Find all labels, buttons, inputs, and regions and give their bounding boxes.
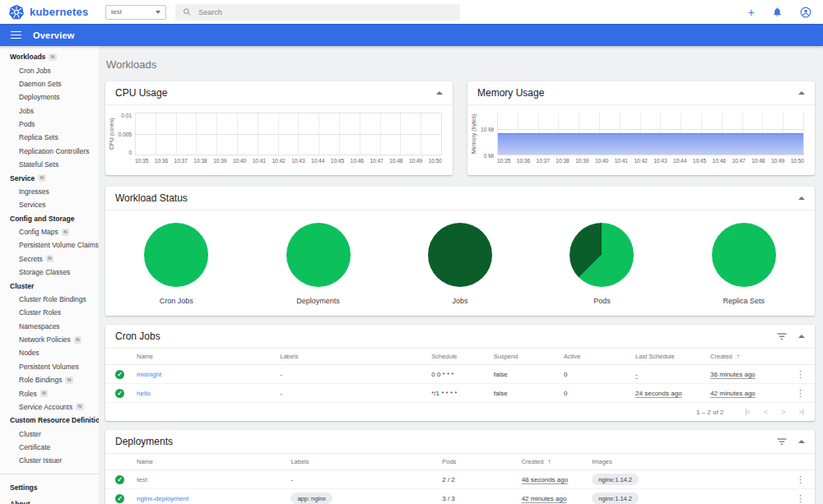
collapse-arrow-icon[interactable] [798,91,805,95]
sidebar-item[interactable]: Config Maps N [0,225,99,238]
sidebar-item[interactable]: Services [0,198,99,211]
sidebar-footer-item[interactable]: About [0,496,99,504]
pager-last-icon[interactable]: >| [798,408,803,416]
sidebar-item[interactable]: Network Policies N [0,333,99,346]
sidebar-item[interactable]: Deployments [0,90,99,104]
kebab-menu-icon[interactable]: ⋮ [796,369,805,379]
sidebar-item[interactable]: Replication Controllers [0,145,99,158]
column-header-created[interactable]: Created↑ [710,353,788,360]
sidebar-item[interactable]: Replica Sets [0,131,99,144]
resource-name-link[interactable]: test [137,476,147,483]
sidebar-item[interactable]: Persistent Volumes [0,360,99,373]
resource-name-link[interactable]: hello [137,390,151,397]
sidebar-item[interactable]: Cluster Role Bindings [0,293,99,306]
sidebar-item[interactable]: Cluster [0,279,99,292]
x-tick-label: 10:39 [213,158,226,168]
filter-icon[interactable] [777,333,787,340]
column-header-active[interactable]: Active [564,353,635,360]
sidebar-item-label: Service [10,174,35,183]
x-tick-label: 10:39 [575,158,588,168]
cpu-usage-card: CPU Usage CPU (cores) 0.01 0.005 0 [105,81,453,175]
collapse-arrow-icon[interactable] [798,440,805,443]
sidebar-item[interactable]: Certificate [0,441,99,454]
sidebar-item-label: Custom Resource Definitions [10,416,99,424]
column-header-name[interactable]: Name [137,353,280,360]
x-tick-label: 10:44 [311,158,324,168]
column-header-labels[interactable]: Labels [280,353,431,360]
sidebar-item[interactable]: Workloads N [0,50,99,63]
collapse-arrow-icon[interactable] [798,197,805,200]
sidebar-item[interactable]: Daemon Sets [0,77,99,90]
pager-first-icon[interactable]: |< [745,408,750,416]
sidebar-item[interactable]: Namespaces [0,320,99,333]
status-pie-label: Pods [593,297,611,305]
deployments-table-header: Name Labels Pods Created↑ Images [105,453,815,470]
suspend-cell: false [494,371,564,378]
sidebar-item[interactable]: Secrets N [0,252,99,266]
namespace-selector[interactable]: test [105,5,166,20]
deployments-card: Deployments Name Labels Pods Created↑ Im… [105,430,815,504]
card-title: Memory Usage [477,87,544,99]
pager-prev-icon[interactable]: < [764,408,767,416]
sidebar-item[interactable]: Roles N [0,386,99,400]
sidebar-item-label: Cluster [19,430,41,438]
sidebar-item-label: Jobs [19,107,34,115]
sidebar-item-label: Config Maps [19,228,58,236]
sidebar-item[interactable]: Service Accounts N [0,400,99,414]
column-header-suspend[interactable]: Suspend [494,353,564,360]
notifications-bell-icon[interactable] [772,7,783,17]
card-title: CPU Usage [115,87,167,99]
sidebar-item[interactable]: Role Bindings N [0,373,99,386]
sidebar-item[interactable]: Config and Storage [0,212,99,225]
resource-name-link[interactable]: nginx-deployment [137,495,188,502]
sidebar-item[interactable]: Ingresses [0,185,99,198]
column-header-last-schedule[interactable]: Last Schedule [635,353,710,360]
sidebar-item[interactable]: Service N [0,171,99,184]
sidebar-item[interactable]: Nodes [0,346,99,359]
x-tick-label: 10:37 [537,158,550,168]
sidebar: Workloads N Cron Jobs Daemon Sets Deploy… [0,46,99,504]
image-chip: nginx:1.14.2 [592,474,639,485]
x-tick-label: 10:43 [291,158,305,168]
sidebar-item[interactable]: Cluster [0,428,99,441]
column-header-schedule[interactable]: Schedule [431,353,494,360]
namespaced-badge: N [40,390,48,397]
sidebar-item[interactable]: Stateful Sets [0,158,99,171]
sidebar-item[interactable]: Cluster Issuer [0,454,99,467]
x-tick-label: 10:38 [556,158,569,168]
column-header-labels[interactable]: Labels [291,458,442,465]
memory-x-ticks: 10:3510:3610:3710:3810:3910:4010:4110:42… [497,158,804,168]
kebab-menu-icon[interactable]: ⋮ [796,493,805,503]
pager-next-icon[interactable]: > [781,408,784,416]
sidebar-item[interactable]: Storage Classes [0,266,99,279]
x-tick-label: 10:42 [272,158,285,168]
kebab-menu-icon[interactable]: ⋮ [796,474,805,484]
collapse-arrow-icon[interactable] [798,335,805,338]
create-resource-button[interactable]: + [748,7,755,18]
sidebar-item[interactable]: Cron Jobs [0,63,99,76]
search-bar[interactable] [175,4,460,21]
column-header-pods[interactable]: Pods [442,458,521,465]
sidebar-item-label: Certificate [19,443,50,451]
sidebar-item[interactable]: Custom Resource Definitions [0,414,99,427]
created-cell: 42 minutes ago [522,495,567,502]
menu-hamburger-icon[interactable] [11,31,21,39]
user-profile-icon[interactable] [800,7,811,18]
sidebar-item[interactable]: Pods [0,118,99,131]
filter-icon[interactable] [777,438,787,446]
resource-name-link[interactable]: midnight [137,371,161,378]
cron-jobs-table-body: ✓ midnight - 0 0 * * * false 0 - 36 minu… [105,365,815,403]
kebab-menu-icon[interactable]: ⋮ [796,388,805,398]
collapse-arrow-icon[interactable] [436,91,443,95]
search-input[interactable] [198,8,453,16]
x-tick-label: 10:41 [615,158,628,168]
sidebar-item[interactable]: Jobs [0,104,99,118]
column-header-images[interactable]: Images [592,458,788,465]
sidebar-item[interactable]: Persistent Volume Claims N [0,238,99,252]
column-header-name[interactable]: Name [137,458,291,465]
sidebar-footer-item[interactable]: Settings [0,479,99,496]
kubernetes-logo[interactable]: kubernetes [8,4,100,21]
column-header-created[interactable]: Created↑ [522,458,592,465]
sidebar-item-label: Roles [19,390,37,398]
sidebar-item[interactable]: Cluster Roles [0,306,99,319]
